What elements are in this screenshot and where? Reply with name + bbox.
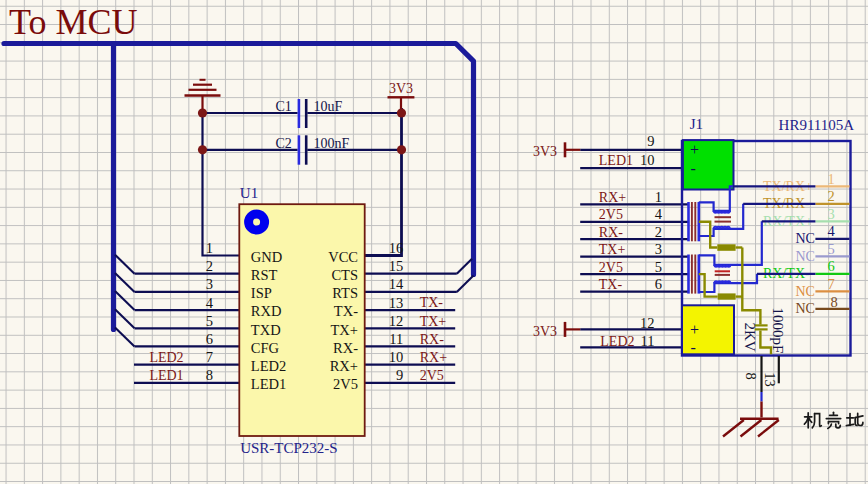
net-label-txp[interactable]: TX+ [420, 314, 447, 329]
j1-left-net-labels-part-7[interactable]: TX- [599, 277, 623, 292]
j1-left-net-labels-part-8[interactable]: LED2 [600, 334, 634, 349]
j1-termination-resistor-b [718, 293, 736, 299]
u1-right-pin-numbers-part-2: 15 [389, 258, 404, 274]
u1-left-pin-names-part-8: LED1 [251, 376, 286, 392]
junction-dots-part-2 [198, 145, 207, 154]
c2-ref[interactable]: C2 [275, 136, 291, 151]
u1-left-pin-numbers-part-7: 7 [206, 349, 213, 365]
junction-dots-part-4 [397, 145, 406, 154]
j1-yellow-plus: + [690, 321, 699, 338]
j1-part[interactable]: HR911105A [779, 117, 855, 133]
schematic-sheet: To MCU [0, 0, 868, 484]
u1-right-pin-names-part-6: RX- [333, 340, 358, 356]
j1-shield-pin8-num: 8 [743, 372, 759, 379]
j1-right-pin-numbers-part-8: 8 [830, 294, 837, 310]
junction-dots-part-3 [397, 108, 406, 117]
j1-left-net-labels-part-2[interactable]: RX+ [599, 190, 626, 205]
sheet-grid [0, 0, 868, 484]
net-label-2v5[interactable]: 2V5 [420, 368, 444, 383]
c2-value[interactable]: 100nF [313, 136, 349, 151]
j1-left-pin-numbers-part-5: 2 [655, 224, 662, 240]
u1-left-pin-names-part-1: GND [251, 249, 282, 265]
j1-left-pin-numbers-part-4: 4 [655, 206, 663, 222]
c1-value[interactable]: 10uF [313, 99, 342, 114]
sheet-title: To MCU [9, 2, 138, 42]
j1-right-net-labels-part-8[interactable]: NC [796, 301, 815, 316]
j1-left-pin-numbers-part-1: 9 [647, 133, 654, 149]
j1-right-pin-numbers-part-4: 4 [827, 223, 835, 239]
u1-left-pin-names-part-3: ISP [251, 285, 272, 301]
net-label-rxp[interactable]: RX+ [420, 350, 447, 365]
u1-left-pin-numbers-part-1: 1 [206, 240, 213, 256]
power-3v3-j1-upper-label: 3V3 [533, 144, 557, 159]
j1-left-pin-numbers-part-3: 1 [655, 189, 662, 205]
j1-left-pin-numbers-part-6: 3 [655, 241, 662, 257]
j1-right-pin-numbers-part-5: 5 [827, 241, 834, 257]
u1-right-pin-numbers-part-1: 16 [389, 240, 404, 256]
j1-cap-value: 1000pF [770, 308, 786, 354]
j1-left-net-labels-part-4[interactable]: RX- [599, 225, 623, 240]
u1-left-pin-numbers-part-6: 6 [206, 331, 213, 347]
u1-body[interactable] [239, 204, 364, 436]
j1-left-net-labels-part-6[interactable]: 2V5 [599, 260, 623, 275]
u1-left-pin-names-part-4: RXD [251, 303, 282, 319]
u1-left-pin-names-part-2: RST [251, 267, 278, 283]
j1-green-plus: + [690, 141, 699, 158]
j1-right-pin-numbers-part-1: 1 [827, 171, 834, 187]
u1-right-pin-numbers-part-3: 14 [389, 276, 404, 292]
u1-left-pin-names-part-6: CFG [251, 340, 280, 356]
j1-right-pin-numbers-part-7: 7 [827, 276, 834, 292]
j1-left-pin-numbers-part-9: 12 [640, 315, 655, 331]
u1-right-pin-names-part-8: 2V5 [333, 376, 358, 392]
net-label-rxm[interactable]: RX- [420, 332, 444, 347]
power-3v3-j1-lower-label: 3V3 [533, 324, 557, 339]
u1-right-pin-names-part-7: RX+ [330, 358, 358, 374]
j1-cap-rating: 2KV [742, 322, 758, 351]
u1-right-pin-numbers-part-5: 12 [389, 313, 404, 329]
net-label-txm[interactable]: TX- [420, 295, 444, 310]
u1-left-pin-numbers-part-4: 4 [206, 295, 214, 311]
j1-right-pin-numbers-part-3: 3 [827, 206, 834, 222]
u1-left-pin-numbers-part-3: 3 [206, 276, 213, 292]
j1-ref[interactable]: J1 [690, 116, 703, 132]
u1-left-pin-numbers-part-5: 5 [206, 313, 213, 329]
u1-right-pin-names-part-1: VCC [328, 249, 358, 265]
u1-right-pin-names-part-2: CTS [331, 267, 358, 283]
u1-part[interactable]: USR-TCP232-S [240, 440, 338, 456]
u1-right-pin-numbers-part-8: 9 [396, 367, 403, 383]
junction-dots-part-1 [198, 108, 207, 117]
c1-ref[interactable]: C1 [275, 99, 291, 114]
j1-green-minus: - [691, 160, 696, 177]
j1-right-pin-numbers-part-2: 2 [827, 188, 834, 204]
u1-left-pin-numbers-part-8: 8 [206, 367, 213, 383]
j1-termination-resistor-a [717, 244, 735, 251]
j1-shield-pin13-num: 13 [762, 372, 778, 387]
u1-right-pin-names-part-5: TX+ [330, 322, 358, 338]
j1-left-net-labels-part-3[interactable]: 2V5 [599, 207, 623, 222]
j1-left-pin-numbers-part-10: 11 [641, 333, 655, 349]
u1-left-pin-names-part-7: LED2 [251, 358, 286, 374]
j1-left-net-labels-part-1[interactable]: LED1 [599, 153, 633, 168]
j1-right-net-labels-part-5[interactable]: NC [796, 249, 815, 264]
j1-yellow-minus: - [691, 339, 696, 356]
j1-left-pin-numbers-part-2: 10 [640, 152, 655, 168]
j1-left-pin-numbers-part-7: 5 [655, 259, 662, 275]
u1-left-pin-numbers-part-2: 2 [206, 258, 213, 274]
schematic-canvas: To MCU [0, 0, 868, 484]
net-label-led1[interactable]: LED1 [149, 368, 183, 383]
j1-left-pin-numbers-part-8: 6 [655, 276, 662, 292]
u1-ref[interactable]: U1 [240, 185, 258, 201]
j1-right-net-labels-part-4[interactable]: NC [796, 231, 815, 246]
u1-right-pin-numbers-part-6: 11 [389, 331, 403, 347]
u1-right-pin-numbers-part-4: 13 [389, 295, 404, 311]
j1-right-pin-numbers-part-6: 6 [827, 258, 834, 274]
u1-right-pin-names-part-4: TX- [334, 303, 358, 319]
u1-left-pin-names-part-5: TXD [251, 322, 281, 338]
power-3v3-top-label: 3V3 [389, 81, 413, 96]
u1-right-pin-names-part-3: RTS [332, 285, 358, 301]
u1-right-pin-numbers-part-7: 10 [389, 349, 404, 365]
j1-right-net-labels-part-7[interactable]: NC [796, 284, 815, 299]
j1-left-net-labels-part-5[interactable]: TX+ [599, 242, 626, 257]
net-label-led2[interactable]: LED2 [149, 350, 183, 365]
